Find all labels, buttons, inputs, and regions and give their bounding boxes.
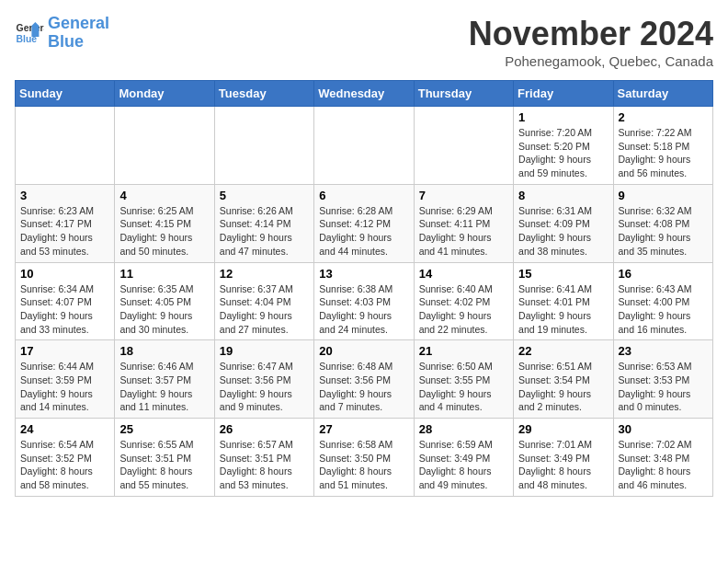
day-info: Sunrise: 6:40 AM Sunset: 4:02 PM Dayligh…: [419, 282, 508, 337]
day-info: Sunrise: 6:51 AM Sunset: 3:54 PM Dayligh…: [518, 360, 608, 414]
header-thursday: Thursday: [414, 81, 513, 107]
day-info: Sunrise: 6:48 AM Sunset: 3:56 PM Dayligh…: [319, 360, 408, 414]
calendar-cell: [414, 107, 513, 185]
calendar-cell: 27Sunrise: 6:58 AM Sunset: 3:50 PM Dayli…: [314, 419, 414, 497]
day-number: 8: [518, 189, 608, 202]
day-number: 18: [119, 344, 209, 358]
calendar-cell: [314, 107, 414, 185]
day-number: 3: [20, 189, 109, 202]
calendar-cell: 7Sunrise: 6:29 AM Sunset: 4:11 PM Daylig…: [414, 184, 513, 262]
day-info: Sunrise: 6:57 AM Sunset: 3:51 PM Dayligh…: [220, 438, 309, 492]
calendar-cell: 15Sunrise: 6:41 AM Sunset: 4:01 PM Dayli…: [514, 262, 613, 340]
day-number: 22: [518, 344, 608, 358]
day-info: Sunrise: 6:32 AM Sunset: 4:08 PM Dayligh…: [619, 204, 708, 259]
calendar-week-3: 10Sunrise: 6:34 AM Sunset: 4:07 PM Dayli…: [16, 262, 713, 340]
day-info: Sunrise: 7:02 AM Sunset: 3:48 PM Dayligh…: [619, 438, 708, 492]
calendar-cell: 19Sunrise: 6:47 AM Sunset: 3:56 PM Dayli…: [214, 340, 313, 419]
logo: General Blue General Blue: [15, 15, 109, 52]
calendar-week-2: 3Sunrise: 6:23 AM Sunset: 4:17 PM Daylig…: [16, 184, 713, 262]
title-section: November 2024 Pohenegamook, Quebec, Cana…: [469, 15, 713, 69]
calendar-cell: 30Sunrise: 7:02 AM Sunset: 3:48 PM Dayli…: [613, 419, 712, 497]
logo-text-general: General: [48, 15, 109, 33]
calendar-cell: 25Sunrise: 6:55 AM Sunset: 3:51 PM Dayli…: [115, 419, 214, 497]
day-info: Sunrise: 6:47 AM Sunset: 3:56 PM Dayligh…: [220, 360, 309, 414]
day-number: 27: [319, 422, 408, 436]
day-number: 16: [619, 267, 708, 281]
day-number: 21: [419, 344, 508, 358]
day-number: 9: [619, 189, 708, 202]
day-info: Sunrise: 6:41 AM Sunset: 4:01 PM Dayligh…: [518, 282, 608, 337]
calendar-cell: 12Sunrise: 6:37 AM Sunset: 4:04 PM Dayli…: [214, 262, 313, 340]
day-number: 1: [518, 110, 608, 124]
day-info: Sunrise: 6:38 AM Sunset: 4:03 PM Dayligh…: [319, 282, 408, 337]
month-title: November 2024: [469, 15, 713, 53]
day-number: 23: [619, 344, 708, 358]
header-wednesday: Wednesday: [314, 81, 414, 107]
day-number: 6: [319, 189, 408, 202]
day-info: Sunrise: 6:54 AM Sunset: 3:52 PM Dayligh…: [20, 438, 109, 492]
day-info: Sunrise: 6:46 AM Sunset: 3:57 PM Dayligh…: [119, 360, 209, 414]
header-saturday: Saturday: [613, 81, 712, 107]
calendar-cell: 10Sunrise: 6:34 AM Sunset: 4:07 PM Dayli…: [16, 262, 115, 340]
calendar-cell: 1Sunrise: 7:20 AM Sunset: 5:20 PM Daylig…: [514, 107, 613, 185]
day-info: Sunrise: 6:44 AM Sunset: 3:59 PM Dayligh…: [20, 360, 109, 414]
day-info: Sunrise: 6:34 AM Sunset: 4:07 PM Dayligh…: [20, 282, 109, 337]
day-info: Sunrise: 6:28 AM Sunset: 4:12 PM Dayligh…: [319, 204, 408, 259]
calendar-week-5: 24Sunrise: 6:54 AM Sunset: 3:52 PM Dayli…: [16, 419, 713, 497]
calendar-cell: [214, 107, 313, 185]
calendar-cell: 18Sunrise: 6:46 AM Sunset: 3:57 PM Dayli…: [115, 340, 214, 419]
calendar-cell: 28Sunrise: 6:59 AM Sunset: 3:49 PM Dayli…: [414, 419, 513, 497]
day-number: 24: [20, 422, 109, 436]
day-info: Sunrise: 6:31 AM Sunset: 4:09 PM Dayligh…: [518, 204, 608, 259]
calendar-cell: 11Sunrise: 6:35 AM Sunset: 4:05 PM Dayli…: [115, 262, 214, 340]
calendar-cell: 21Sunrise: 6:50 AM Sunset: 3:55 PM Dayli…: [414, 340, 513, 419]
calendar-cell: 4Sunrise: 6:25 AM Sunset: 4:15 PM Daylig…: [115, 184, 214, 262]
day-info: Sunrise: 6:58 AM Sunset: 3:50 PM Dayligh…: [319, 438, 408, 492]
day-number: 20: [319, 344, 408, 358]
day-number: 11: [119, 267, 209, 281]
day-info: Sunrise: 6:50 AM Sunset: 3:55 PM Dayligh…: [419, 360, 508, 414]
calendar-cell: 22Sunrise: 6:51 AM Sunset: 3:54 PM Dayli…: [514, 340, 613, 419]
calendar-week-4: 17Sunrise: 6:44 AM Sunset: 3:59 PM Dayli…: [16, 340, 713, 419]
day-number: 13: [319, 267, 408, 281]
day-info: Sunrise: 6:37 AM Sunset: 4:04 PM Dayligh…: [220, 282, 309, 337]
calendar-cell: 24Sunrise: 6:54 AM Sunset: 3:52 PM Dayli…: [16, 419, 115, 497]
day-number: 25: [119, 422, 209, 436]
location: Pohenegamook, Quebec, Canada: [469, 53, 713, 69]
day-info: Sunrise: 6:23 AM Sunset: 4:17 PM Dayligh…: [20, 204, 109, 259]
day-info: Sunrise: 6:53 AM Sunset: 3:53 PM Dayligh…: [619, 360, 708, 414]
calendar: Sunday Monday Tuesday Wednesday Thursday…: [15, 80, 713, 497]
calendar-cell: 2Sunrise: 7:22 AM Sunset: 5:18 PM Daylig…: [613, 107, 712, 185]
day-number: 19: [220, 344, 309, 358]
calendar-cell: 16Sunrise: 6:43 AM Sunset: 4:00 PM Dayli…: [613, 262, 712, 340]
calendar-cell: 23Sunrise: 6:53 AM Sunset: 3:53 PM Dayli…: [613, 340, 712, 419]
day-info: Sunrise: 6:59 AM Sunset: 3:49 PM Dayligh…: [419, 438, 508, 492]
day-number: 14: [419, 267, 508, 281]
header-friday: Friday: [514, 81, 613, 107]
calendar-cell: 9Sunrise: 6:32 AM Sunset: 4:08 PM Daylig…: [613, 184, 712, 262]
day-number: 26: [220, 422, 309, 436]
header-sunday: Sunday: [16, 81, 115, 107]
calendar-cell: [115, 107, 214, 185]
day-number: 2: [619, 110, 708, 124]
day-info: Sunrise: 6:25 AM Sunset: 4:15 PM Dayligh…: [119, 204, 209, 259]
svg-text:General: General: [17, 23, 44, 33]
day-info: Sunrise: 7:20 AM Sunset: 5:20 PM Dayligh…: [518, 126, 608, 180]
calendar-cell: 17Sunrise: 6:44 AM Sunset: 3:59 PM Dayli…: [16, 340, 115, 419]
calendar-week-1: 1Sunrise: 7:20 AM Sunset: 5:20 PM Daylig…: [16, 107, 713, 185]
calendar-cell: 29Sunrise: 7:01 AM Sunset: 3:49 PM Dayli…: [514, 419, 613, 497]
calendar-cell: 14Sunrise: 6:40 AM Sunset: 4:02 PM Dayli…: [414, 262, 513, 340]
day-number: 30: [619, 422, 708, 436]
calendar-cell: 8Sunrise: 6:31 AM Sunset: 4:09 PM Daylig…: [514, 184, 613, 262]
calendar-cell: 6Sunrise: 6:28 AM Sunset: 4:12 PM Daylig…: [314, 184, 414, 262]
calendar-header: Sunday Monday Tuesday Wednesday Thursday…: [16, 81, 713, 107]
calendar-cell: 13Sunrise: 6:38 AM Sunset: 4:03 PM Dayli…: [314, 262, 414, 340]
calendar-cell: 20Sunrise: 6:48 AM Sunset: 3:56 PM Dayli…: [314, 340, 414, 419]
header: General Blue General Blue November 2024 …: [15, 15, 713, 69]
day-number: 28: [419, 422, 508, 436]
day-number: 15: [518, 267, 608, 281]
calendar-cell: 3Sunrise: 6:23 AM Sunset: 4:17 PM Daylig…: [16, 184, 115, 262]
header-row: Sunday Monday Tuesday Wednesday Thursday…: [16, 81, 713, 107]
day-number: 10: [20, 267, 109, 281]
calendar-body: 1Sunrise: 7:20 AM Sunset: 5:20 PM Daylig…: [16, 107, 713, 497]
